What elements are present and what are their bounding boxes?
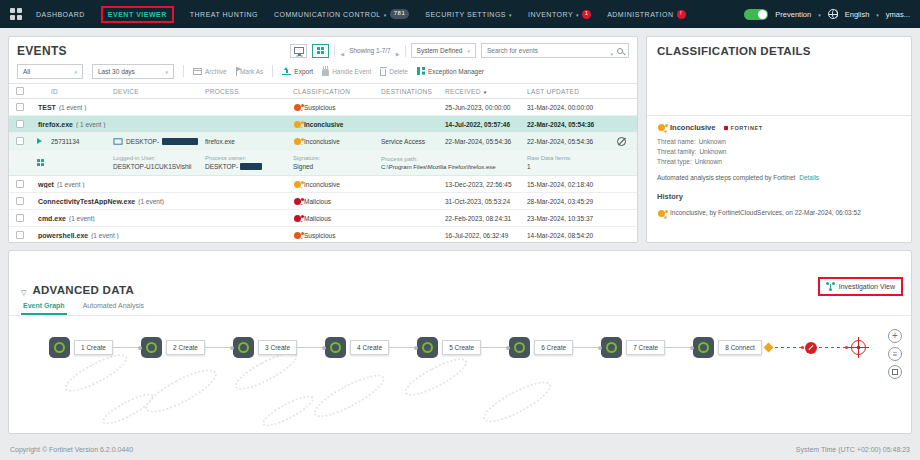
- exception-manager-button[interactable]: Exception Manager: [417, 67, 484, 75]
- table-row-selected[interactable]: firefox.exe( 1 event ) Inconclusive 14-J…: [9, 116, 637, 133]
- remote-target-icon[interactable]: [851, 340, 866, 355]
- event-group-name: powershell.exe(1 event ): [31, 232, 293, 239]
- user-menu[interactable]: ymas...: [886, 10, 910, 19]
- view-selector-dropdown[interactable]: System Defined: [411, 43, 476, 58]
- row-checkbox[interactable]: [16, 120, 24, 128]
- search-icon[interactable]: [617, 48, 623, 54]
- next-page-button[interactable]: [396, 42, 400, 60]
- column-classification[interactable]: CLASSIFICATION: [293, 88, 381, 95]
- graph-node[interactable]: 1 Create: [49, 337, 113, 358]
- globe-icon[interactable]: [828, 9, 838, 19]
- column-process[interactable]: PROCESS: [205, 88, 293, 95]
- column-id[interactable]: ID: [51, 88, 113, 95]
- graph-node[interactable]: 2 Create: [141, 337, 205, 358]
- details-link[interactable]: Details: [799, 174, 819, 181]
- process-view-button[interactable]: [312, 44, 329, 58]
- chevron-down-icon: [576, 11, 579, 18]
- graph-node[interactable]: 5 Create: [417, 337, 481, 358]
- destinations-cell: Service Access: [381, 138, 445, 145]
- chevron-down-icon: [165, 68, 168, 75]
- raw-data-grid-icon[interactable]: [37, 159, 45, 167]
- graph-node[interactable]: 4 Create: [325, 337, 389, 358]
- table-row[interactable]: powershell.exe(1 event ) Suspicious 16-J…: [9, 227, 637, 243]
- classification-details-title: CLASSIFICATION DETAILS: [647, 37, 911, 63]
- classification-cell: Suspicious: [293, 232, 381, 239]
- tab-event-graph[interactable]: Event Graph: [21, 299, 67, 315]
- logged-in-user-field: Logged-in User: DESKTOP-U1CUK1SVishii: [113, 155, 205, 170]
- received-cell: 13-Dec-2023, 22:56:45: [445, 181, 527, 188]
- nav-item-inventory[interactable]: INVENTORY 1: [528, 10, 591, 19]
- chevron-down-icon: [384, 11, 387, 18]
- table-row[interactable]: ConnectivityTestAppNew.exe(1 event) Mali…: [9, 193, 637, 210]
- row-checkbox[interactable]: [16, 137, 24, 145]
- mark-as-button[interactable]: Mark As: [236, 67, 264, 76]
- nav-item-threat-hunting[interactable]: THREAT HUNTING: [190, 11, 258, 18]
- event-group-name: wget(1 event ): [31, 181, 293, 188]
- history-entry: Inconclusive, by FortinetCloudServices, …: [657, 208, 901, 217]
- graph-node[interactable]: 8 Connect: [693, 337, 762, 358]
- chevron-down-icon: [509, 11, 512, 18]
- table-row[interactable]: wget(1 event ) Inconclusive 13-Dec-2023,…: [9, 176, 637, 193]
- row-checkbox[interactable]: [16, 180, 24, 188]
- received-cell: 14-Jul-2022, 05:57:46: [445, 121, 527, 128]
- mode-label[interactable]: Prevention: [775, 10, 811, 19]
- nav-item-event-viewer[interactable]: EVENT VIEWER: [101, 6, 174, 23]
- table-row[interactable]: TEST(1 event ) Suspicious 25-Jun-2023, 0…: [9, 99, 637, 116]
- nav-item-administration[interactable]: ADMINISTRATION !: [607, 10, 685, 19]
- graph-options-button[interactable]: [888, 347, 902, 361]
- scope-filter-dropdown[interactable]: All: [17, 64, 83, 79]
- graph-node[interactable]: 3 Create: [233, 337, 297, 358]
- events-panel: EVENTS Showing 1-7/7 System Defined All …: [8, 36, 638, 243]
- device-monitor-icon: [114, 138, 123, 144]
- collapse-icon[interactable]: [21, 281, 26, 299]
- malicious-icon: [294, 198, 301, 205]
- search-input[interactable]: [487, 47, 606, 54]
- classification-cell: Inconclusive: [293, 138, 381, 145]
- column-destinations[interactable]: DESTINATIONS: [381, 88, 445, 95]
- zoom-in-button[interactable]: [888, 329, 902, 343]
- events-toolbar: All Last 30 days Archive Mark As Export …: [9, 61, 637, 84]
- history-title: History: [657, 192, 901, 201]
- archive-button[interactable]: Archive: [193, 68, 227, 75]
- nav-item-security-settings[interactable]: SECURITY SETTINGS: [425, 11, 512, 18]
- top-nav: DASHBOARD EVENT VIEWER THREAT HUNTING CO…: [0, 0, 920, 28]
- column-device[interactable]: DEVICE: [113, 88, 205, 95]
- mode-toggle[interactable]: [744, 9, 768, 20]
- handle-event-button[interactable]: Handle Event: [322, 67, 371, 76]
- column-received[interactable]: RECEIVED: [445, 88, 527, 95]
- select-all-checkbox[interactable]: [16, 87, 24, 95]
- events-search-box: [481, 43, 629, 58]
- chevron-down-icon[interactable]: [610, 42, 613, 60]
- row-checkbox[interactable]: [16, 231, 24, 239]
- nav-item-dashboard[interactable]: DASHBOARD: [36, 11, 85, 18]
- apps-grid-icon[interactable]: [10, 8, 22, 20]
- hand-icon: [322, 69, 329, 76]
- prev-page-button[interactable]: [340, 42, 344, 60]
- blocked-destination-icon[interactable]: [805, 342, 817, 354]
- blocked-connection-line: [819, 347, 847, 348]
- column-last-updated[interactable]: LAST UPDATED: [527, 88, 611, 95]
- language-selector[interactable]: English: [845, 10, 870, 19]
- investigation-view-button[interactable]: Investigation View: [818, 277, 903, 296]
- play-icon[interactable]: [37, 138, 42, 144]
- nav-item-communication-control[interactable]: COMMUNICATION CONTROL 781: [274, 9, 409, 18]
- fit-to-screen-button[interactable]: [888, 365, 902, 379]
- graph-node[interactable]: 6 Create: [509, 337, 573, 358]
- device-view-button[interactable]: [290, 44, 307, 58]
- row-checkbox[interactable]: [16, 103, 24, 111]
- row-checkbox[interactable]: [16, 214, 24, 222]
- alert-badge: 1: [582, 10, 591, 19]
- graph-node[interactable]: 7 Create: [601, 337, 665, 358]
- graph-zoom-controls: [888, 329, 902, 379]
- table-row-event[interactable]: 25731134 DESKTOP- firefox.exe Inconclusi…: [9, 133, 637, 150]
- monitor-icon: [294, 47, 304, 54]
- tab-automated-analysis[interactable]: Automated Analysis: [81, 299, 146, 315]
- export-button[interactable]: Export: [282, 67, 313, 75]
- fortinet-logo: FORTINET: [724, 125, 762, 131]
- delete-button[interactable]: Delete: [380, 67, 408, 76]
- table-row[interactable]: cmd.exe(1 event) Malicious 22-Feb-2023, …: [9, 210, 637, 227]
- time-filter-dropdown[interactable]: Last 30 days: [92, 64, 174, 79]
- row-checkbox[interactable]: [16, 197, 24, 205]
- threat-fields: Threat name:Unknown Threat family:Unknow…: [657, 138, 901, 165]
- watermark: [400, 352, 471, 403]
